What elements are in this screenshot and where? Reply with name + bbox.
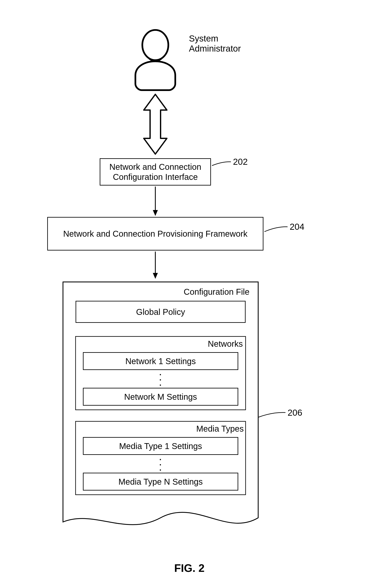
config-file-title: Configuration File (184, 287, 249, 297)
actor-icon (135, 30, 175, 90)
leader-204 (264, 227, 288, 232)
ref-202: 202 (233, 157, 248, 167)
network-first-box: Network 1 Settings (83, 352, 238, 370)
config-interface-box: Network and Connection Configuration Int… (100, 158, 211, 186)
networks-section-title: Networks (208, 339, 243, 349)
leader-206 (259, 413, 286, 417)
arrow-1 (153, 187, 158, 216)
media-ellipsis: ··· (158, 457, 163, 473)
svg-point-0 (142, 30, 168, 60)
ref-206: 206 (288, 408, 302, 418)
diagram-canvas: System Administrator Network and Connect… (0, 0, 390, 588)
bidirectional-arrow (144, 94, 167, 154)
media-last-box: Media Type N Settings (83, 473, 238, 491)
leader-202 (212, 162, 231, 166)
figure-caption: FIG. 2 (174, 562, 204, 574)
svg-marker-4 (153, 273, 158, 279)
arrow-2 (153, 252, 158, 279)
svg-marker-2 (153, 210, 158, 216)
networks-ellipsis: ··· (158, 372, 163, 388)
media-first-box: Media Type 1 Settings (83, 437, 238, 455)
network-last-box: Network M Settings (83, 388, 238, 406)
ref-204: 204 (290, 222, 304, 232)
media-types-section-title: Media Types (196, 424, 244, 433)
actor-label: System Administrator (189, 34, 241, 54)
provisioning-framework-box: Network and Connection Provisioning Fram… (47, 217, 263, 250)
global-policy-box: Global Policy (76, 301, 245, 323)
